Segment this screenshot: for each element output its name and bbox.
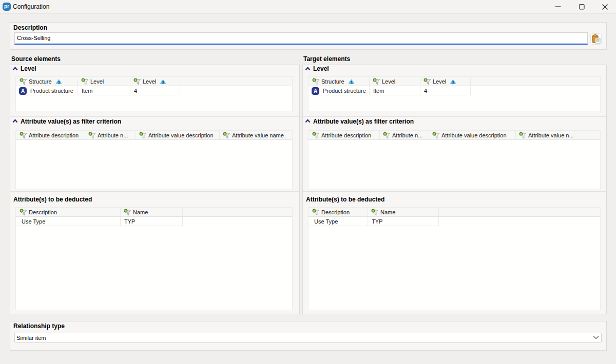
svg-text:2: 2: [162, 79, 165, 84]
svg-text:1: 1: [57, 79, 60, 84]
svg-text:1: 1: [350, 79, 353, 84]
svg-text:2: 2: [452, 79, 455, 84]
